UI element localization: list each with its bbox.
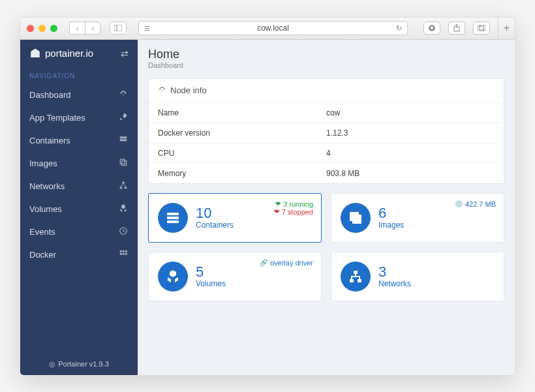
- svg-rect-16: [125, 250, 127, 252]
- sidebar-toggle-button[interactable]: [110, 22, 127, 35]
- svg-rect-13: [125, 187, 127, 188]
- minimize-window-button[interactable]: [38, 25, 46, 32]
- tabs-icon: [478, 25, 485, 31]
- card-body: 10 Containers: [196, 206, 234, 230]
- status-badges: ❤3 running ❤7 stopped: [274, 200, 313, 216]
- sidebar-item-label: Dashboard: [29, 90, 71, 100]
- sidebar-item-volumes[interactable]: Volumes: [20, 198, 138, 220]
- svg-rect-15: [123, 250, 125, 252]
- svg-rect-0: [114, 25, 122, 31]
- info-value: 4: [326, 149, 495, 158]
- back-button[interactable]: ‹: [69, 22, 85, 35]
- networks-card[interactable]: 3 Networks: [331, 252, 504, 301]
- clone-icon: [118, 158, 129, 169]
- main-content: Home Dashboard Node info Name cow Docker…: [138, 40, 515, 375]
- heartbeat-icon: ❤: [274, 208, 279, 215]
- svg-rect-5: [480, 25, 485, 30]
- sidebar-item-containers[interactable]: Containers: [20, 129, 138, 152]
- url-text: cow.local: [257, 23, 289, 33]
- tabs-button[interactable]: [473, 22, 490, 35]
- card-label: Containers: [196, 220, 234, 230]
- th-icon: [118, 249, 129, 260]
- breadcrumb: Dashboard: [148, 61, 504, 69]
- history-icon: [118, 226, 129, 237]
- info-key: Memory: [158, 169, 326, 178]
- svg-rect-8: [120, 139, 127, 141]
- browser-window: ‹ › ☰ cow.local ↻ +: [20, 17, 515, 376]
- svg-rect-26: [350, 279, 354, 282]
- sidebar-footer[interactable]: ◎Portainer v1.9.3: [20, 354, 138, 375]
- info-row-docker-version: Docker version 1.12.3: [149, 123, 504, 143]
- nav-buttons: ‹ ›: [69, 22, 100, 35]
- svg-rect-20: [167, 213, 179, 215]
- volumes-card[interactable]: 5 Volumes 🔗overlay driver: [148, 252, 322, 301]
- running-badge: ❤3 running: [274, 200, 313, 208]
- images-card[interactable]: 6 Images 💿422.7 MB: [331, 193, 504, 243]
- svg-rect-9: [120, 159, 125, 164]
- sidebar-item-dashboard[interactable]: Dashboard: [20, 83, 138, 106]
- url-bar[interactable]: ☰ cow.local ↻: [138, 21, 408, 35]
- sidebar-item-docker[interactable]: Docker: [20, 243, 138, 266]
- app-frame: portainer.io ⇄ NAVIGATION Dashboard App …: [20, 40, 515, 375]
- card-body: 5 Volumes: [196, 265, 226, 288]
- sidebar-item-app-templates[interactable]: App Templates: [20, 106, 138, 129]
- info-value: 1.12.3: [326, 128, 495, 138]
- size-badge: 💿422.7 MB: [455, 200, 496, 208]
- card-count: 5: [196, 265, 226, 279]
- info-value: cow: [326, 108, 495, 117]
- maximize-window-button[interactable]: [50, 25, 57, 32]
- window-controls: [27, 25, 57, 32]
- info-value: 903.8 MB: [326, 169, 495, 178]
- svg-rect-14: [120, 250, 122, 252]
- sidebar-item-networks[interactable]: Networks: [20, 175, 138, 198]
- size-line: 💿422.7 MB: [455, 200, 496, 208]
- panel-title-text: Node info: [170, 85, 207, 95]
- svg-rect-19: [125, 252, 127, 254]
- nav-header: NAVIGATION: [20, 67, 138, 83]
- stopped-badge: ❤7 stopped: [274, 208, 313, 216]
- sidebar-item-label: App Templates: [29, 113, 85, 123]
- card-label: Volumes: [196, 279, 226, 288]
- running-text: 3 running: [283, 200, 313, 208]
- link-icon: 🔗: [260, 259, 268, 266]
- card-count: 6: [378, 206, 404, 220]
- new-tab-button[interactable]: +: [498, 17, 515, 39]
- sidebar-collapse-button[interactable]: ⇄: [121, 48, 129, 59]
- reload-icon[interactable]: ↻: [396, 24, 402, 33]
- page-header: Home Dashboard: [148, 48, 504, 69]
- svg-rect-4: [478, 26, 483, 31]
- sidebar-item-label: Volumes: [29, 204, 62, 214]
- server-icon: [118, 135, 129, 146]
- card-label: Images: [378, 220, 404, 230]
- clone-icon: [341, 203, 371, 233]
- sidebar: portainer.io ⇄ NAVIGATION Dashboard App …: [20, 40, 138, 375]
- sitemap-icon: [341, 262, 371, 292]
- driver-badge: 🔗overlay driver: [260, 259, 313, 267]
- share-button[interactable]: [448, 22, 465, 35]
- downloads-button[interactable]: [423, 22, 440, 35]
- svg-rect-17: [120, 252, 122, 254]
- sidebar-item-events[interactable]: Events: [20, 220, 138, 243]
- brand-text: portainer.io: [45, 48, 93, 59]
- sidebar-item-images[interactable]: Images: [20, 152, 138, 175]
- svg-rect-18: [123, 252, 125, 254]
- svg-rect-24: [353, 215, 361, 223]
- svg-rect-12: [120, 187, 123, 188]
- info-row-memory: Memory 903.8 MB: [149, 164, 504, 183]
- sitemap-icon: [118, 181, 129, 192]
- containers-card[interactable]: 10 Containers ❤3 running ❤7 stopped: [148, 193, 322, 243]
- cubes-icon: [158, 262, 188, 292]
- brand: portainer.io ⇄: [20, 40, 138, 67]
- reader-icon: ☰: [144, 25, 150, 32]
- card-count: 3: [378, 265, 411, 279]
- size-text: 422.7 MB: [465, 200, 496, 208]
- close-window-button[interactable]: [27, 25, 34, 32]
- card-body: 6 Images: [378, 206, 404, 230]
- version-text: Portainer v1.9.3: [58, 360, 109, 368]
- brand-left[interactable]: portainer.io: [29, 48, 93, 59]
- card-body: 3 Networks: [378, 265, 411, 288]
- driver-line: 🔗overlay driver: [260, 259, 313, 267]
- forward-button[interactable]: ›: [85, 22, 100, 35]
- dashboard-icon: [158, 85, 166, 96]
- svg-rect-10: [122, 160, 127, 165]
